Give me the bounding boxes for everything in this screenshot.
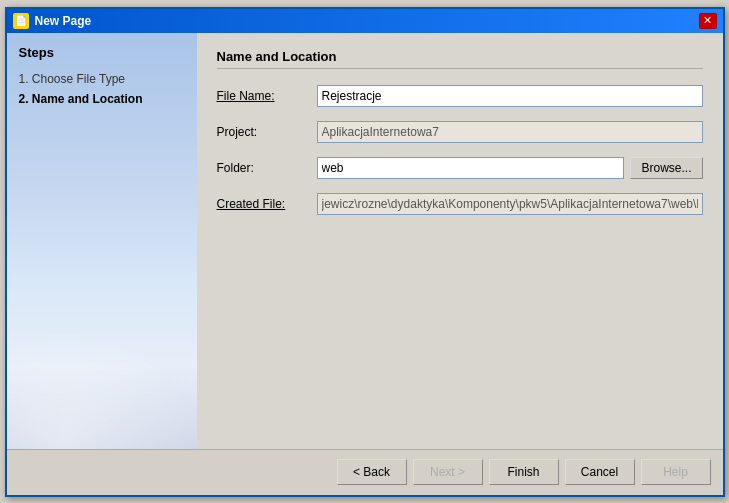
help-button[interactable]: Help <box>641 459 711 485</box>
sidebar: Steps 1. Choose File Type 2. Name and Lo… <box>7 33 197 449</box>
close-button[interactable]: ✕ <box>699 13 717 29</box>
main-window: 📄 New Page ✕ Steps 1. Choose File Type 2… <box>5 7 725 497</box>
folder-input[interactable] <box>317 157 625 179</box>
created-file-input <box>317 193 703 215</box>
step-2: 2. Name and Location <box>19 92 185 106</box>
window-icon: 📄 <box>13 13 29 29</box>
browse-button[interactable]: Browse... <box>630 157 702 179</box>
window-body: Steps 1. Choose File Type 2. Name and Lo… <box>7 33 723 449</box>
step-2-label: Name and Location <box>32 92 143 106</box>
filename-label: File Name: <box>217 89 317 103</box>
finish-button[interactable]: Finish <box>489 459 559 485</box>
button-bar: < Back Next > Finish Cancel Help <box>7 449 723 495</box>
project-input[interactable] <box>317 121 703 143</box>
section-title: Name and Location <box>217 49 703 69</box>
back-button[interactable]: < Back <box>337 459 407 485</box>
steps-title: Steps <box>19 45 185 60</box>
step-1: 1. Choose File Type <box>19 72 185 86</box>
project-row: Project: <box>217 121 703 143</box>
folder-label: Folder: <box>217 161 317 175</box>
cancel-button[interactable]: Cancel <box>565 459 635 485</box>
project-label: Project: <box>217 125 317 139</box>
folder-row: Folder: Browse... <box>217 157 703 179</box>
step-1-number: 1. <box>19 72 32 86</box>
created-file-row: Created File: <box>217 193 703 215</box>
filename-input[interactable] <box>317 85 703 107</box>
next-button[interactable]: Next > <box>413 459 483 485</box>
created-file-label: Created File: <box>217 197 317 211</box>
main-panel: Name and Location File Name: Project: Fo… <box>197 33 723 449</box>
filename-row: File Name: <box>217 85 703 107</box>
titlebar: 📄 New Page ✕ <box>7 9 723 33</box>
window-title: New Page <box>35 14 693 28</box>
step-2-number: 2. <box>19 92 32 106</box>
step-1-label: Choose File Type <box>32 72 125 86</box>
